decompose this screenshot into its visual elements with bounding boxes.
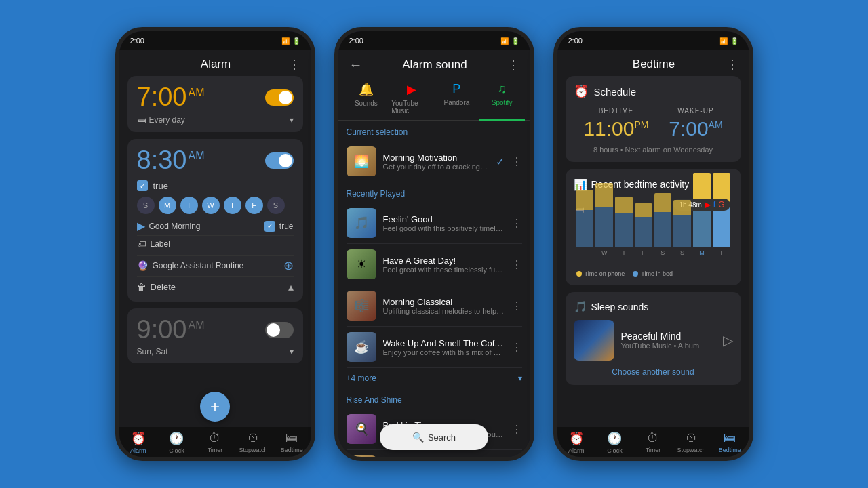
sounds-tab-icon: 🔔 <box>359 82 374 97</box>
day-M[interactable]: M <box>159 197 176 214</box>
sound-item-classical[interactable]: 🎼 Morning Classical Uplifting classical … <box>347 285 522 327</box>
clock-nav-icon-3: 🕐 <box>607 431 622 446</box>
bedtime-nav-label-3: Bedtime <box>719 447 741 453</box>
sound-item-feelin-good[interactable]: 🎵 Feelin' Good Feel good with this posit… <box>347 203 522 244</box>
timer-nav-icon-3: ⏱ <box>647 431 659 445</box>
label-option[interactable]: 🏷 Label <box>137 235 294 252</box>
status-icons-1: 📶 🔋 <box>281 37 300 45</box>
bedtime-menu-button[interactable]: ⋮ <box>726 57 738 72</box>
wakeup-label: WAKE-UP <box>669 107 722 115</box>
thumb-classical: 🎼 <box>347 291 376 321</box>
sound-item-coffee[interactable]: ☕ Wake Up And Smell The Coffee Enjoy you… <box>347 327 522 368</box>
status-time-1: 2:00 <box>130 37 144 45</box>
battery-icon: 🔋 <box>292 37 300 45</box>
alarm-3-schedule: Sun, Sat ▾ <box>137 347 294 357</box>
assistant-text: Google Assistant Routine <box>153 261 244 270</box>
schedule-header: ⏰ Schedule <box>574 84 733 99</box>
sound-more-5[interactable]: ⋮ <box>511 341 522 354</box>
youtube-tab-icon: ▶ <box>407 82 416 97</box>
add-alarm-button[interactable]: + <box>200 392 230 422</box>
nav-clock[interactable]: 🕐 Clock <box>157 431 196 454</box>
sound-item-great-day[interactable]: ☀ Have A Great Day! Feel great with thes… <box>347 244 522 285</box>
search-label: Search <box>428 432 456 443</box>
chart-col-T3: T <box>713 173 730 256</box>
tab-spotify[interactable]: ♫ Spotify <box>479 77 525 120</box>
sound-more-2[interactable]: ⋮ <box>511 217 522 230</box>
assistant-icon: 🔮 <box>137 260 149 271</box>
status-icons-3: 📶 🔋 <box>719 37 738 45</box>
youtube-badge-icon: ▶ <box>705 200 711 209</box>
stopwatch-nav-label-3: Stopwatch <box>677 447 706 453</box>
sleep-sounds-icon: 🎵 <box>574 300 587 313</box>
sleep-play-button[interactable]: ▷ <box>723 332 733 348</box>
sound-more-1[interactable]: ⋮ <box>511 155 522 168</box>
tab-pandora[interactable]: P Pandora <box>434 77 479 120</box>
nav-bedtime-3[interactable]: 🛏 Bedtime <box>711 431 749 454</box>
nav-clock-3[interactable]: 🕐 Clock <box>595 431 634 454</box>
nav-bedtime[interactable]: 🛏 Bedtime <box>273 431 311 454</box>
more-items-row[interactable]: +4 more ▾ <box>347 368 522 388</box>
bedtime-block[interactable]: BEDTIME 11:00PM <box>583 107 648 140</box>
alarm-item-3: 9:00AM Sun, Sat ▾ <box>127 308 303 363</box>
alarm-menu-button[interactable]: ⋮ <box>288 57 300 72</box>
chart-col-M: M <box>693 173 711 256</box>
bedtime-label: BEDTIME <box>583 107 648 115</box>
sound-item-wide-awake[interactable]: 🎸 Wide Awake Wake up with the brightest … <box>347 450 522 457</box>
day-label-S1: S <box>660 249 665 256</box>
phone-alarm: 2:00 📶 🔋 Alarm ⋮ 7:00AM <box>115 27 315 461</box>
bedtime-header: Bedtime ⋮ <box>557 50 749 76</box>
sound-name-2: Feelin' Good <box>383 214 505 224</box>
delete-chevron[interactable]: ▴ <box>288 281 294 293</box>
nav-alarm[interactable]: ⏰ Alarm <box>119 431 158 454</box>
nav-timer-3[interactable]: ⏱ Timer <box>634 431 673 454</box>
sound-scroll: Current selection 🌅 Morning Motivation G… <box>338 121 530 457</box>
sound-more-3[interactable]: ⋮ <box>511 258 522 271</box>
sound-menu-button[interactable]: ⋮ <box>507 58 519 73</box>
pandora-tab-icon: P <box>452 82 460 96</box>
chart-col-T2: T <box>615 197 633 256</box>
assistant-option[interactable]: 🔮 Google Assistant Routine ⊕ <box>137 255 294 276</box>
more-items-count: +4 more <box>347 373 376 383</box>
sleep-name: Peaceful Mind <box>621 331 716 342</box>
sleep-info: Peaceful Mind YouTube Music • Album <box>621 331 716 350</box>
back-button[interactable]: ← <box>349 57 363 73</box>
tab-sounds[interactable]: 🔔 Sounds <box>344 77 389 120</box>
search-bar[interactable]: 🔍 Search <box>380 424 488 450</box>
sound-item-morning-motivation[interactable]: 🌅 Morning Motivation Get your day off to… <box>347 141 522 182</box>
day-T2[interactable]: T <box>224 197 241 214</box>
day-F[interactable]: F <box>245 197 263 214</box>
nav-alarm-3[interactable]: ⏰ Alarm <box>557 431 596 454</box>
nav-timer[interactable]: ⏱ Timer <box>196 431 235 454</box>
legend-phone: Time on phone <box>576 270 625 277</box>
alarm-1-chevron[interactable]: ▾ <box>290 115 294 125</box>
sound-more-4[interactable]: ⋮ <box>511 300 522 312</box>
sleep-item: Peaceful Mind YouTube Music • Album ▷ <box>574 320 733 361</box>
bedtime-nav-label: Bedtime <box>281 447 303 453</box>
day-W[interactable]: W <box>202 197 220 214</box>
nav-stopwatch[interactable]: ⏲ Stopwatch <box>234 431 273 454</box>
repeat-checkbox[interactable] <box>137 180 148 191</box>
alarm-3-chevron[interactable]: ▾ <box>290 347 294 357</box>
day-S1[interactable]: S <box>137 197 155 214</box>
tab-youtube[interactable]: ▶ YouTube Music <box>389 77 434 120</box>
sound-more-6[interactable]: ⋮ <box>511 423 522 436</box>
phones-container: 2:00 📶 🔋 Alarm ⋮ 7:00AM <box>115 0 753 488</box>
add-routine-button[interactable]: ⊕ <box>283 258 294 273</box>
vibrate-checkbox[interactable] <box>264 221 275 232</box>
day-S2[interactable]: S <box>267 197 285 214</box>
clock-nav-label: Clock <box>169 447 184 454</box>
alarm-1-toggle[interactable] <box>265 89 294 106</box>
vibrate-option[interactable]: true <box>264 221 294 232</box>
alarm-3-toggle[interactable] <box>265 322 294 338</box>
sound-option[interactable]: ▶ Good Morning <box>137 220 201 232</box>
nav-stopwatch-3[interactable]: ⏲ Stopwatch <box>672 431 711 454</box>
stopwatch-nav-icon: ⏲ <box>248 431 260 445</box>
repeat-label: true <box>153 181 168 191</box>
alarm-2-toggle[interactable] <box>265 152 294 169</box>
choose-sound-link[interactable]: Choose another sound <box>574 367 733 377</box>
wakeup-block[interactable]: WAKE-UP 7:00AM <box>669 107 722 140</box>
day-T1[interactable]: T <box>180 197 198 214</box>
day-label-T2: T <box>622 249 626 256</box>
battery-icon-2: 🔋 <box>511 37 519 45</box>
day-label-T1: T <box>583 249 587 256</box>
